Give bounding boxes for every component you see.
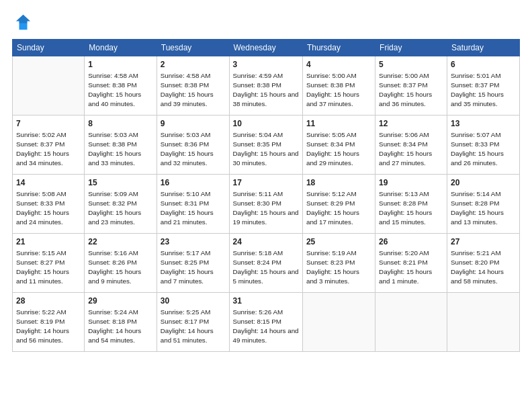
weekday-header-friday: Friday	[375, 40, 447, 56]
calendar-cell	[302, 293, 375, 352]
calendar-cell: 11Sunrise: 5:05 AMSunset: 8:34 PMDayligh…	[302, 116, 375, 175]
day-number: 24	[233, 236, 299, 248]
day-number: 21	[16, 236, 81, 248]
day-info: Sunrise: 5:03 AMSunset: 8:38 PMDaylight:…	[88, 130, 152, 169]
calendar-cell: 8Sunrise: 5:03 AMSunset: 8:38 PMDaylight…	[85, 116, 157, 175]
calendar: SundayMondayTuesdayWednesdayThursdayFrid…	[12, 39, 520, 352]
calendar-week-3: 14Sunrise: 5:08 AMSunset: 8:33 PMDayligh…	[13, 175, 520, 234]
day-number: 4	[306, 59, 371, 71]
day-info: Sunrise: 5:00 AMSunset: 8:37 PMDaylight:…	[379, 71, 443, 109]
calendar-cell: 22Sunrise: 5:16 AMSunset: 8:26 PMDayligh…	[85, 234, 157, 293]
calendar-cell: 10Sunrise: 5:04 AMSunset: 8:35 PMDayligh…	[229, 116, 302, 175]
day-number: 11	[306, 118, 371, 130]
day-number: 29	[88, 295, 152, 307]
day-number: 18	[306, 177, 371, 189]
calendar-cell: 17Sunrise: 5:11 AMSunset: 8:30 PMDayligh…	[229, 175, 302, 234]
day-info: Sunrise: 5:18 AMSunset: 8:24 PMDaylight:…	[233, 248, 299, 287]
day-number: 9	[161, 118, 226, 130]
weekday-header-wednesday: Wednesday	[229, 40, 302, 56]
weekday-header-monday: Monday	[85, 40, 157, 56]
weekday-header-tuesday: Tuesday	[157, 40, 229, 56]
day-info: Sunrise: 5:13 AMSunset: 8:28 PMDaylight:…	[379, 189, 443, 228]
day-info: Sunrise: 5:09 AMSunset: 8:32 PMDaylight:…	[88, 189, 152, 228]
day-number: 5	[379, 59, 443, 71]
day-number: 17	[233, 177, 299, 189]
calendar-week-2: 7Sunrise: 5:02 AMSunset: 8:37 PMDaylight…	[13, 116, 520, 175]
day-number: 22	[88, 236, 152, 248]
calendar-cell: 23Sunrise: 5:17 AMSunset: 8:25 PMDayligh…	[157, 234, 229, 293]
day-info: Sunrise: 5:04 AMSunset: 8:35 PMDaylight:…	[233, 130, 299, 169]
day-info: Sunrise: 5:16 AMSunset: 8:26 PMDaylight:…	[88, 248, 152, 287]
weekday-header-saturday: Saturday	[447, 40, 519, 56]
day-info: Sunrise: 5:10 AMSunset: 8:31 PMDaylight:…	[161, 189, 226, 228]
day-number: 31	[233, 295, 299, 307]
calendar-cell: 31Sunrise: 5:26 AMSunset: 8:15 PMDayligh…	[229, 293, 302, 352]
day-number: 23	[161, 236, 226, 248]
day-info: Sunrise: 5:11 AMSunset: 8:30 PMDaylight:…	[233, 189, 299, 228]
logo	[12, 12, 35, 32]
day-info: Sunrise: 5:22 AMSunset: 8:19 PMDaylight:…	[16, 308, 81, 346]
calendar-cell: 1Sunrise: 4:58 AMSunset: 8:38 PMDaylight…	[85, 56, 157, 116]
calendar-cell: 5Sunrise: 5:00 AMSunset: 8:37 PMDaylight…	[375, 56, 447, 116]
day-info: Sunrise: 5:00 AMSunset: 8:38 PMDaylight:…	[306, 71, 371, 109]
day-number: 28	[16, 295, 81, 307]
calendar-cell: 15Sunrise: 5:09 AMSunset: 8:32 PMDayligh…	[85, 175, 157, 234]
calendar-cell	[375, 293, 447, 352]
day-number: 8	[88, 118, 152, 130]
logo-icon	[12, 12, 32, 32]
calendar-cell: 12Sunrise: 5:06 AMSunset: 8:34 PMDayligh…	[375, 116, 447, 175]
calendar-cell: 18Sunrise: 5:12 AMSunset: 8:29 PMDayligh…	[302, 175, 375, 234]
calendar-cell: 20Sunrise: 5:14 AMSunset: 8:28 PMDayligh…	[447, 175, 519, 234]
calendar-cell: 4Sunrise: 5:00 AMSunset: 8:38 PMDaylight…	[302, 56, 375, 116]
svg-marker-1	[16, 15, 30, 24]
day-number: 19	[379, 177, 443, 189]
calendar-cell: 29Sunrise: 5:24 AMSunset: 8:18 PMDayligh…	[85, 293, 157, 352]
calendar-cell: 16Sunrise: 5:10 AMSunset: 8:31 PMDayligh…	[157, 175, 229, 234]
day-info: Sunrise: 4:58 AMSunset: 8:38 PMDaylight:…	[88, 71, 152, 109]
calendar-cell: 28Sunrise: 5:22 AMSunset: 8:19 PMDayligh…	[13, 293, 85, 352]
day-number: 30	[161, 295, 226, 307]
day-number: 25	[306, 236, 371, 248]
day-number: 7	[16, 118, 81, 130]
calendar-cell: 7Sunrise: 5:02 AMSunset: 8:37 PMDaylight…	[13, 116, 85, 175]
day-number: 14	[16, 177, 81, 189]
day-number: 15	[88, 177, 152, 189]
calendar-cell: 25Sunrise: 5:19 AMSunset: 8:23 PMDayligh…	[302, 234, 375, 293]
calendar-week-1: 1Sunrise: 4:58 AMSunset: 8:38 PMDaylight…	[13, 56, 520, 116]
day-info: Sunrise: 5:05 AMSunset: 8:34 PMDaylight:…	[306, 130, 371, 169]
day-info: Sunrise: 5:17 AMSunset: 8:25 PMDaylight:…	[161, 248, 226, 287]
day-number: 26	[379, 236, 443, 248]
day-info: Sunrise: 5:20 AMSunset: 8:21 PMDaylight:…	[379, 248, 443, 287]
calendar-cell: 24Sunrise: 5:18 AMSunset: 8:24 PMDayligh…	[229, 234, 302, 293]
calendar-cell: 3Sunrise: 4:59 AMSunset: 8:38 PMDaylight…	[229, 56, 302, 116]
calendar-cell: 6Sunrise: 5:01 AMSunset: 8:37 PMDaylight…	[447, 56, 519, 116]
weekday-header-thursday: Thursday	[302, 40, 375, 56]
day-info: Sunrise: 5:26 AMSunset: 8:15 PMDaylight:…	[233, 308, 299, 346]
day-number: 13	[451, 118, 516, 130]
day-info: Sunrise: 5:01 AMSunset: 8:37 PMDaylight:…	[451, 71, 516, 109]
page: SundayMondayTuesdayWednesdayThursdayFrid…	[0, 0, 532, 411]
calendar-week-5: 28Sunrise: 5:22 AMSunset: 8:19 PMDayligh…	[13, 293, 520, 352]
day-number: 6	[451, 59, 516, 71]
day-info: Sunrise: 4:58 AMSunset: 8:38 PMDaylight:…	[161, 71, 226, 109]
calendar-cell: 13Sunrise: 5:07 AMSunset: 8:33 PMDayligh…	[447, 116, 519, 175]
calendar-cell: 21Sunrise: 5:15 AMSunset: 8:27 PMDayligh…	[13, 234, 85, 293]
day-info: Sunrise: 5:25 AMSunset: 8:17 PMDaylight:…	[161, 308, 226, 346]
day-info: Sunrise: 5:02 AMSunset: 8:37 PMDaylight:…	[16, 130, 81, 169]
day-number: 1	[88, 59, 152, 71]
calendar-cell: 2Sunrise: 4:58 AMSunset: 8:38 PMDaylight…	[157, 56, 229, 116]
day-number: 12	[379, 118, 443, 130]
day-info: Sunrise: 5:03 AMSunset: 8:36 PMDaylight:…	[161, 130, 226, 169]
day-info: Sunrise: 5:19 AMSunset: 8:23 PMDaylight:…	[306, 248, 371, 287]
day-number: 10	[233, 118, 299, 130]
day-number: 16	[161, 177, 226, 189]
calendar-cell	[13, 56, 85, 116]
calendar-cell: 9Sunrise: 5:03 AMSunset: 8:36 PMDaylight…	[157, 116, 229, 175]
day-info: Sunrise: 4:59 AMSunset: 8:38 PMDaylight:…	[233, 71, 299, 109]
calendar-cell: 27Sunrise: 5:21 AMSunset: 8:20 PMDayligh…	[447, 234, 519, 293]
calendar-cell: 26Sunrise: 5:20 AMSunset: 8:21 PMDayligh…	[375, 234, 447, 293]
day-info: Sunrise: 5:14 AMSunset: 8:28 PMDaylight:…	[451, 189, 516, 228]
day-info: Sunrise: 5:06 AMSunset: 8:34 PMDaylight:…	[379, 130, 443, 169]
day-info: Sunrise: 5:08 AMSunset: 8:33 PMDaylight:…	[16, 189, 81, 228]
day-number: 20	[451, 177, 516, 189]
